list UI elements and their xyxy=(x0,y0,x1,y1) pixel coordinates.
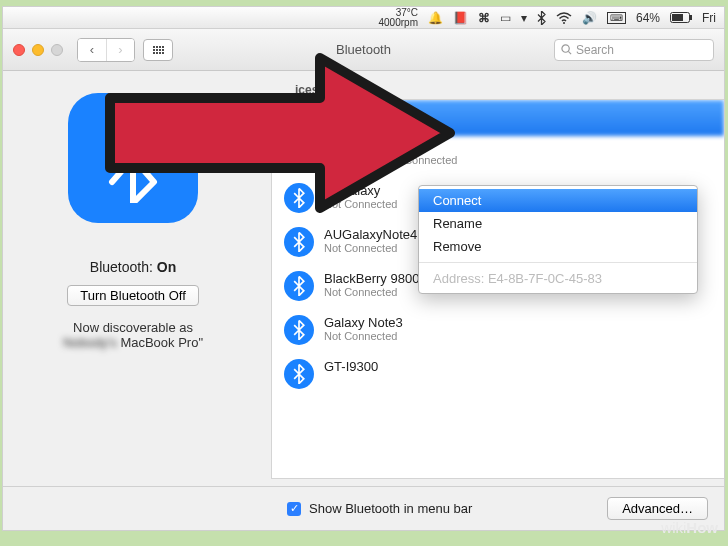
bluetooth-device-icon xyxy=(284,359,314,389)
battery-icon[interactable] xyxy=(670,12,692,23)
nav-buttons: ‹ › xyxy=(77,38,135,62)
menu-separator xyxy=(419,262,697,263)
device-name: Galaxy Note3 xyxy=(324,315,403,330)
device-row[interactable]: GT-I9300 xyxy=(272,352,724,396)
forward-button[interactable]: › xyxy=(106,39,134,61)
bluetooth-menubar-icon[interactable] xyxy=(537,11,546,25)
device-name: AUGalaxyNote4 xyxy=(324,227,417,242)
toggle-bluetooth-button[interactable]: Turn Bluetooth Off xyxy=(67,285,199,306)
selected-device-row[interactable] xyxy=(272,100,724,136)
app-icon[interactable]: 📕 xyxy=(453,11,468,25)
search-icon xyxy=(561,44,572,55)
bluetooth-icon xyxy=(103,113,163,203)
device-status: Not Connected xyxy=(324,330,403,342)
device-row[interactable]: GT-N7 Not Connected xyxy=(272,136,724,176)
right-pane: Devices GT-N7 Not Connected AuGalaxyNot … xyxy=(263,71,724,486)
device-status: Not Connected xyxy=(324,286,419,298)
context-menu: Connect Rename Remove Address: E4-8B-7F-… xyxy=(418,185,698,294)
macos-menubar: 37°C 4000rpm 🔔 📕 ⌘ ▭ ▾ 🔊 ⌨ 64% Fri xyxy=(3,7,724,29)
window-controls xyxy=(13,44,63,56)
wifi-icon[interactable] xyxy=(556,12,572,24)
device-status: Not Connected xyxy=(384,154,457,166)
svg-rect-2 xyxy=(672,14,683,21)
close-button[interactable] xyxy=(13,44,25,56)
minimize-button[interactable] xyxy=(32,44,44,56)
battery-percent: 64% xyxy=(636,11,660,25)
dropdown-icon[interactable]: ▾ xyxy=(521,11,527,25)
svg-rect-3 xyxy=(690,15,692,20)
device-name: BlackBerry 9800 xyxy=(324,271,419,286)
show-in-menubar-checkbox[interactable]: ✓ xyxy=(287,502,301,516)
toolbar: ‹ › Bluetooth Search xyxy=(3,29,724,71)
creative-cloud-icon[interactable]: ⌘ xyxy=(478,11,490,25)
show-in-menubar-label: Show Bluetooth in menu bar xyxy=(309,501,472,516)
bluetooth-device-icon xyxy=(284,271,314,301)
grid-icon xyxy=(153,46,164,54)
wikihow-watermark: wikiHow xyxy=(661,519,718,536)
devices-header: Devices xyxy=(263,83,724,99)
bluetooth-badge xyxy=(68,93,198,223)
svg-line-5 xyxy=(568,51,571,54)
bluetooth-status: Bluetooth: On xyxy=(90,259,176,275)
discoverable-text: Now discoverable as Nobody's MacBook Pro… xyxy=(63,320,203,350)
device-name: AuGalaxy xyxy=(324,183,397,198)
footer-bar: ✓ Show Bluetooth in menu bar Advanced… xyxy=(3,486,724,530)
search-field[interactable]: Search xyxy=(554,39,714,61)
menu-remove[interactable]: Remove xyxy=(419,235,697,258)
window-title: Bluetooth xyxy=(336,42,391,57)
input-icon[interactable]: ⌨ xyxy=(607,12,626,24)
menu-rename[interactable]: Rename xyxy=(419,212,697,235)
menu-connect[interactable]: Connect xyxy=(419,189,697,212)
bluetooth-device-icon xyxy=(284,315,314,345)
day-label: Fri xyxy=(702,11,716,25)
bluetooth-prefpane: 37°C 4000rpm 🔔 📕 ⌘ ▭ ▾ 🔊 ⌨ 64% Fri ‹ › xyxy=(2,6,725,531)
svg-point-0 xyxy=(563,22,565,24)
volume-icon[interactable]: 🔊 xyxy=(582,11,597,25)
menu-address: Address: E4-8B-7F-0C-45-83 xyxy=(419,267,697,290)
notification-icon[interactable]: 🔔 xyxy=(428,11,443,25)
svg-point-4 xyxy=(562,45,569,52)
device-name: GT-N7 xyxy=(384,139,457,154)
fan-temp-widget: 37°C 4000rpm xyxy=(379,8,418,28)
device-name: GT-I9300 xyxy=(324,359,378,374)
advanced-button[interactable]: Advanced… xyxy=(607,497,708,520)
bluetooth-device-icon xyxy=(284,183,314,213)
back-button[interactable]: ‹ xyxy=(78,39,106,61)
content-area: Bluetooth: On Turn Bluetooth Off Now dis… xyxy=(3,71,724,486)
airplay-icon[interactable]: ▭ xyxy=(500,11,511,25)
zoom-button[interactable] xyxy=(51,44,63,56)
device-status: Not Connected xyxy=(324,242,417,254)
device-row[interactable]: Galaxy Note3Not Connected xyxy=(272,308,724,352)
device-status: Not Connected xyxy=(324,198,397,210)
bluetooth-device-icon xyxy=(284,227,314,257)
show-all-button[interactable] xyxy=(143,39,173,61)
left-pane: Bluetooth: On Turn Bluetooth Off Now dis… xyxy=(3,71,263,486)
